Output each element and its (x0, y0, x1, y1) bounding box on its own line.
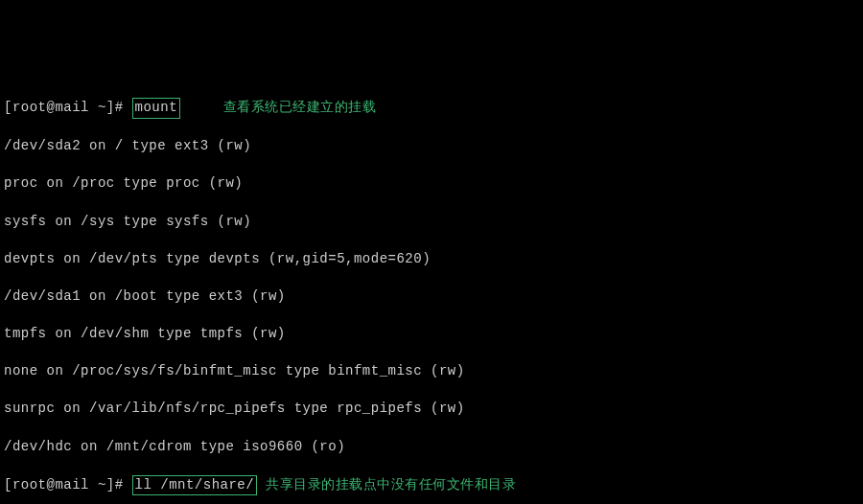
output-line: devpts on /dev/pts type devpts (rw,gid=5… (4, 250, 431, 269)
prompt: [root@mail ~]# (4, 99, 132, 118)
terminal-output[interactable]: [root@mail ~]# mount 查看系统已经建立的挂载 /dev/sd… (4, 79, 859, 504)
output-line: tmpfs on /dev/shm type tmpfs (rw) (4, 325, 286, 344)
output-line: /dev/hdc on /mnt/cdrom type iso9660 (ro) (4, 438, 345, 457)
output-line: /dev/sda1 on /boot type ext3 (rw) (4, 287, 286, 307)
output-line: proc on /proc type proc (rw) (4, 174, 243, 194)
prompt: [root@mail ~]# (4, 476, 132, 495)
output-line: sunrpc on /var/lib/nfs/rpc_pipefs type r… (4, 400, 465, 419)
output-line: sysfs on /sys type sysfs (rw) (4, 213, 251, 232)
annotation: 共享目录的挂载点中没有任何文件和目录 (266, 476, 516, 495)
output-line: none on /proc/sys/fs/binfmt_misc type bi… (4, 362, 465, 381)
command-ll-share: ll /mnt/share/ (132, 475, 258, 496)
annotation: 查看系统已经建立的挂载 (223, 99, 377, 118)
output-line: /dev/sda2 on / type ext3 (rw) (4, 137, 251, 156)
command-mount: mount (132, 98, 181, 119)
